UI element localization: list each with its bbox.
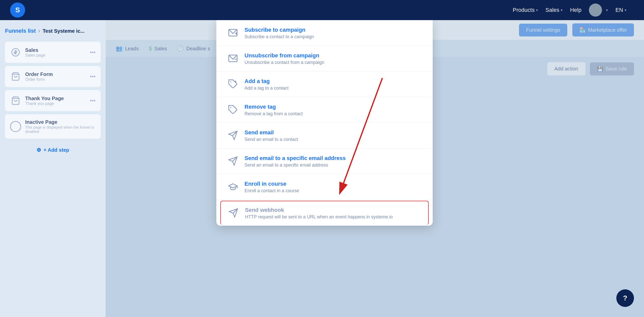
help-label: Help bbox=[570, 7, 581, 13]
sales-chevron-icon: ▾ bbox=[561, 8, 562, 12]
top-nav: S Products ▾ Sales ▾ Help ▾ EN ▾ bbox=[0, 0, 644, 20]
nav-help[interactable]: Help bbox=[570, 7, 581, 13]
sidebar-item-thank-you-text: Thank You Page Thank you page bbox=[25, 96, 86, 106]
sidebar-item-thank-you-title: Thank You Page bbox=[25, 96, 86, 101]
enroll-course-icon bbox=[226, 180, 239, 193]
action-add-tag-text: Add a tag Add a tag to a contact bbox=[245, 77, 423, 91]
sales-label: Sales bbox=[545, 7, 559, 13]
subscribe-campaign-icon bbox=[226, 26, 239, 39]
sidebar-item-thank-you[interactable]: Thank You Page Thank you page ••• bbox=[5, 90, 101, 111]
sidebar-item-sales[interactable]: Sales Sales page ••• bbox=[5, 42, 101, 63]
send-webhook-icon bbox=[227, 206, 240, 219]
action-remove-tag-text: Remove tag Remove a tag from a contact bbox=[245, 103, 423, 116]
add-tag-icon bbox=[226, 77, 239, 91]
sidebar-item-thank-you-sub: Thank you page bbox=[25, 101, 86, 106]
logo[interactable]: S bbox=[10, 3, 25, 18]
breadcrumb-separator: › bbox=[38, 28, 40, 34]
cart-icon bbox=[10, 71, 21, 82]
action-send-email-sub: Send an email to a contact bbox=[245, 137, 423, 142]
action-item-send-email[interactable]: Send email Send an email to a contact bbox=[216, 123, 433, 148]
action-item-send-email-specific[interactable]: Send email to a specific email address S… bbox=[216, 148, 433, 174]
nav-products[interactable]: Products ▾ bbox=[513, 7, 538, 13]
action-item-remove-tag[interactable]: Remove tag Remove a tag from a contact bbox=[216, 97, 433, 123]
breadcrumb-part2: Test Systeme ic... bbox=[43, 28, 85, 34]
products-chevron-icon: ▾ bbox=[536, 8, 538, 12]
sidebar-item-inactive[interactable]: Inactive Page This page is displayed whe… bbox=[5, 114, 101, 139]
right-area: Funnel settings 🏪 Marketplace offer 👥 Le… bbox=[106, 20, 644, 317]
send-email-icon bbox=[226, 129, 239, 142]
thank-you-cart-icon bbox=[10, 95, 21, 106]
nav-links: Products ▾ Sales ▾ Help ▾ EN ▾ bbox=[513, 4, 626, 17]
action-enroll-course-sub: Enroll a contact in a course bbox=[245, 188, 423, 193]
action-send-webhook-sub: HTTP request will be sent to a URL when … bbox=[245, 214, 422, 220]
add-step-plus-icon: ⊕ bbox=[36, 147, 41, 153]
help-button[interactable]: ? bbox=[616, 289, 634, 307]
action-unsubscribe-campaign-title: Unsubscribe from campaign bbox=[245, 52, 423, 59]
action-send-email-text: Send email Send an email to a contact bbox=[245, 129, 423, 142]
nav-lang[interactable]: EN ▾ bbox=[615, 7, 626, 13]
sidebar-item-sales-menu[interactable]: ••• bbox=[90, 49, 96, 56]
sidebar-item-sales-sub: Sales page bbox=[25, 53, 86, 58]
action-unsubscribe-campaign-sub: Unsubscribe a contact from a campaign bbox=[245, 60, 423, 65]
breadcrumb-part1[interactable]: Funnels list bbox=[5, 28, 36, 34]
avatar[interactable] bbox=[589, 4, 602, 17]
sidebar-item-order-text: Order Form Order form bbox=[25, 71, 86, 82]
action-dropdown: Subscribe to campaign Subscribe a contac… bbox=[216, 20, 433, 226]
sidebar-item-inactive-sub: This page is displayed when the funnel i… bbox=[25, 125, 96, 134]
action-item-unsubscribe-campaign[interactable]: Unsubscribe from campaign Unsubscribe a … bbox=[216, 46, 433, 71]
action-send-webhook-text: Send webhook HTTP request will be sent t… bbox=[245, 206, 422, 220]
sidebar-item-order-menu[interactable]: ••• bbox=[90, 73, 96, 80]
action-remove-tag-title: Remove tag bbox=[245, 104, 423, 110]
unsubscribe-campaign-icon bbox=[226, 52, 239, 65]
action-subscribe-campaign-title: Subscribe to campaign bbox=[245, 27, 423, 33]
action-enroll-course-title: Enroll in course bbox=[245, 181, 423, 187]
sidebar-item-inactive-title: Inactive Page bbox=[25, 119, 96, 125]
sidebar-item-sales-title: Sales bbox=[25, 47, 86, 53]
inactive-circle-icon bbox=[10, 121, 21, 132]
sidebar: Funnels list › Test Systeme ic... Sales … bbox=[0, 20, 106, 317]
action-send-webhook-title: Send webhook bbox=[245, 207, 422, 213]
action-enroll-course-text: Enroll in course Enroll a contact in a c… bbox=[245, 180, 423, 193]
lang-chevron-icon: ▾ bbox=[625, 8, 626, 12]
action-item-add-tag[interactable]: Add a tag Add a tag to a contact bbox=[216, 71, 433, 97]
nav-sales[interactable]: Sales ▾ bbox=[545, 7, 562, 13]
action-subscribe-campaign-text: Subscribe to campaign Subscribe a contac… bbox=[245, 26, 423, 39]
action-send-email-title: Send email bbox=[245, 129, 423, 136]
sidebar-item-order-title: Order Form bbox=[25, 71, 86, 77]
action-add-tag-sub: Add a tag to a contact bbox=[245, 86, 423, 91]
action-unsubscribe-campaign-text: Unsubscribe from campaign Unsubscribe a … bbox=[245, 52, 423, 65]
remove-tag-icon bbox=[226, 103, 239, 116]
dollar-icon bbox=[10, 47, 21, 58]
sidebar-item-sales-text: Sales Sales page bbox=[25, 47, 86, 58]
action-send-email-specific-title: Send email to a specific email address bbox=[245, 155, 423, 162]
action-item-enroll-course[interactable]: Enroll in course Enroll a contact in a c… bbox=[216, 174, 433, 200]
avatar-chevron-icon: ▾ bbox=[606, 8, 608, 12]
add-step-button[interactable]: ⊕ + Add step bbox=[5, 147, 101, 153]
action-item-subscribe-campaign[interactable]: Subscribe to campaign Subscribe a contac… bbox=[216, 20, 433, 46]
lang-label: EN bbox=[615, 7, 623, 13]
sidebar-item-thank-you-menu[interactable]: ••• bbox=[90, 97, 96, 104]
action-add-tag-title: Add a tag bbox=[245, 78, 423, 85]
action-send-email-specific-sub: Send an email to a specific email addres… bbox=[245, 163, 423, 168]
breadcrumb: Funnels list › Test Systeme ic... bbox=[5, 28, 101, 34]
action-subscribe-campaign-sub: Subscribe a contact to a campaign bbox=[245, 34, 423, 39]
products-label: Products bbox=[513, 7, 535, 13]
sidebar-item-order-form[interactable]: Order Form Order form ••• bbox=[5, 66, 101, 87]
action-remove-tag-sub: Remove a tag from a contact bbox=[245, 111, 423, 116]
sidebar-item-inactive-text: Inactive Page This page is displayed whe… bbox=[25, 119, 96, 134]
action-send-email-specific-text: Send email to a specific email address S… bbox=[245, 154, 423, 168]
main-layout: Funnels list › Test Systeme ic... Sales … bbox=[0, 20, 644, 317]
action-item-send-webhook[interactable]: Send webhook HTTP request will be sent t… bbox=[220, 201, 429, 225]
send-email-specific-icon bbox=[226, 154, 239, 168]
add-step-label: + Add step bbox=[44, 147, 69, 153]
sidebar-item-order-sub: Order form bbox=[25, 77, 86, 82]
